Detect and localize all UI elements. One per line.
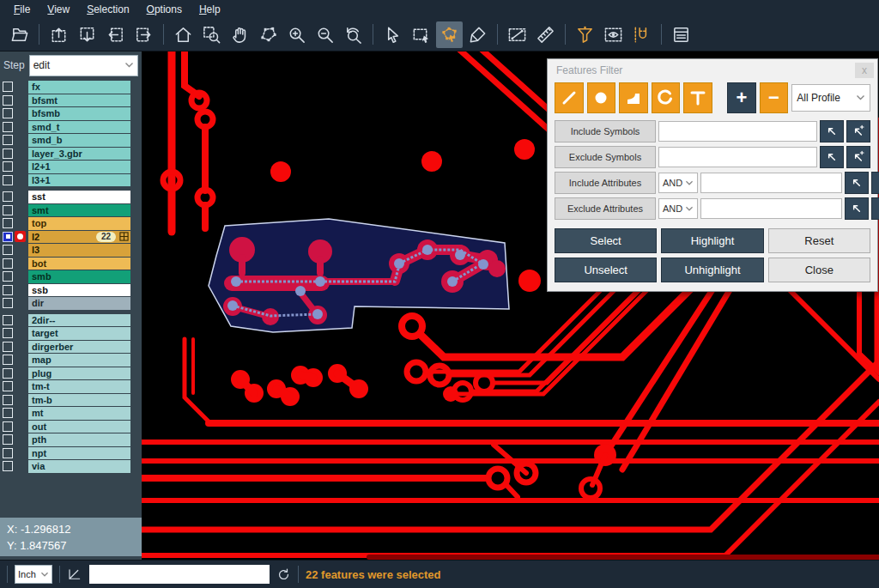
features-filter-icon[interactable] xyxy=(572,21,598,48)
layer-list-icon[interactable] xyxy=(668,21,694,48)
layer-visibility-checkbox[interactable] xyxy=(3,122,13,132)
layer-visibility-checkbox[interactable] xyxy=(3,315,13,325)
text-filter-button[interactable] xyxy=(683,82,712,113)
layer-row-l2+1[interactable]: l2+1 xyxy=(0,161,142,173)
zoom-out-icon[interactable] xyxy=(312,21,338,48)
pick-add-arrow-button[interactable] xyxy=(871,172,879,194)
rectangle-select-icon[interactable] xyxy=(408,21,434,48)
layer-row-bfsmt[interactable]: bfsmt xyxy=(0,94,142,107)
layer-visibility-checkbox[interactable] xyxy=(3,135,13,145)
pointer-select-icon[interactable] xyxy=(379,21,406,48)
filter-value-input[interactable] xyxy=(658,121,817,142)
layer-row-smt[interactable]: smt xyxy=(0,204,142,217)
layer-indicator[interactable] xyxy=(15,328,26,339)
pan-right-icon[interactable] xyxy=(130,21,157,48)
layer-visibility-checkbox[interactable] xyxy=(3,342,13,352)
layer-visibility-checkbox[interactable] xyxy=(3,271,13,282)
field-label-button[interactable]: Exclude Attributes xyxy=(555,197,656,220)
layer-indicator[interactable] xyxy=(15,271,26,282)
pick-add-arrow-button[interactable] xyxy=(846,146,870,168)
layer-visibility-checkbox[interactable] xyxy=(3,175,13,185)
layer-indicator[interactable] xyxy=(15,94,26,106)
layer-indicator[interactable] xyxy=(15,341,26,352)
profile-dropdown[interactable]: All Profile xyxy=(791,84,870,112)
layer-row-npt[interactable]: npt xyxy=(0,447,142,460)
layer-row-smb[interactable]: smb xyxy=(0,270,142,283)
close-button[interactable]: Close xyxy=(768,258,870,282)
active-layer-indicator[interactable] xyxy=(15,231,26,242)
layer-indicator[interactable] xyxy=(15,314,26,325)
home-view-icon[interactable] xyxy=(170,21,197,48)
unselect-button[interactable]: Unselect xyxy=(555,258,657,282)
open-file-icon[interactable] xyxy=(6,21,33,48)
pick-arrow-button[interactable] xyxy=(820,120,844,142)
pick-add-arrow-button[interactable] xyxy=(846,120,870,142)
menu-view[interactable]: View xyxy=(39,3,78,15)
arc-filter-button[interactable] xyxy=(652,82,681,113)
pick-arrow-button[interactable] xyxy=(820,146,844,168)
snap-magnet-icon[interactable] xyxy=(628,21,655,48)
layer-indicator[interactable] xyxy=(15,394,26,405)
layer-visibility-checkbox[interactable] xyxy=(3,461,13,471)
filter-value-input[interactable] xyxy=(700,198,842,219)
layer-indicator[interactable] xyxy=(15,381,26,392)
units-dropdown[interactable]: Inch xyxy=(15,565,52,584)
layer-indicator[interactable] xyxy=(15,148,26,159)
layer-indicator[interactable] xyxy=(15,258,26,269)
layer-visibility-checkbox[interactable] xyxy=(3,395,13,405)
menu-file[interactable]: File xyxy=(5,3,39,15)
zoom-in-icon[interactable] xyxy=(283,21,310,48)
layer-indicator[interactable] xyxy=(15,82,26,93)
layer-indicator[interactable] xyxy=(15,135,26,146)
surface-filter-button[interactable] xyxy=(619,82,648,113)
pan-down-icon[interactable] xyxy=(74,21,100,48)
layer-visibility-checkbox[interactable] xyxy=(3,149,13,159)
layer-visibility-checkbox[interactable] xyxy=(3,448,13,458)
measure-distance-icon[interactable] xyxy=(504,21,530,48)
layer-visibility-checkbox[interactable] xyxy=(3,285,13,295)
zoom-previous-icon[interactable] xyxy=(340,21,367,48)
menu-selection[interactable]: Selection xyxy=(78,3,137,15)
layer-visibility-checkbox[interactable] xyxy=(3,355,13,365)
layer-indicator[interactable] xyxy=(15,367,26,379)
layer-row-top[interactable]: top xyxy=(0,217,142,230)
layer-indicator[interactable] xyxy=(15,191,26,203)
layer-row-sst[interactable]: sst xyxy=(0,191,142,203)
field-label-button[interactable]: Exclude Symbols xyxy=(555,146,656,168)
negative-polarity-button[interactable]: − xyxy=(760,82,789,113)
layer-visibility-checkbox[interactable] xyxy=(3,381,13,391)
zoom-polygon-icon[interactable] xyxy=(255,21,282,48)
command-input[interactable] xyxy=(89,565,270,584)
angle-measure-icon[interactable] xyxy=(67,567,82,582)
layer-indicator[interactable] xyxy=(15,108,26,119)
zoom-window-icon[interactable] xyxy=(198,21,225,48)
layer-row-l3[interactable]: l3 xyxy=(0,244,142,257)
layer-row-pth[interactable]: pth xyxy=(0,433,142,446)
ruler-icon[interactable] xyxy=(532,21,559,48)
layer-indicator[interactable] xyxy=(15,447,26,458)
layer-row-tm-b[interactable]: tm-b xyxy=(0,394,142,407)
layer-visibility-checkbox[interactable] xyxy=(3,328,13,338)
field-label-button[interactable]: Include Symbols xyxy=(555,120,656,142)
layer-visibility-checkbox[interactable] xyxy=(3,408,13,418)
layer-row-out[interactable]: out xyxy=(0,421,142,433)
positive-polarity-button[interactable]: + xyxy=(727,82,756,113)
layer-row-plug[interactable]: plug xyxy=(0,367,142,380)
layer-indicator[interactable] xyxy=(15,121,26,132)
layer-row-l2[interactable]: l222 xyxy=(0,231,142,244)
layer-visibility-checkbox[interactable] xyxy=(3,205,13,215)
unhighlight-button[interactable]: Unhighlight xyxy=(661,258,763,282)
layer-row-map[interactable]: map xyxy=(0,354,142,367)
layer-indicator[interactable] xyxy=(15,284,26,295)
dialog-title-bar[interactable]: Features Filter x xyxy=(548,59,877,81)
layer-visibility-checkbox[interactable] xyxy=(3,298,13,308)
display-options-icon[interactable] xyxy=(600,21,627,48)
logic-dropdown[interactable]: AND xyxy=(658,198,698,219)
step-dropdown[interactable]: edit xyxy=(29,55,138,76)
layer-row-tm-t[interactable]: tm-t xyxy=(0,380,142,393)
layer-row-bfsmb[interactable]: bfsmb xyxy=(0,107,142,120)
layer-row-layer_3.gbr[interactable]: layer_3.gbr xyxy=(0,148,142,161)
logic-dropdown[interactable]: AND xyxy=(658,173,698,193)
layer-indicator[interactable] xyxy=(15,355,26,366)
layer-indicator[interactable] xyxy=(15,298,26,309)
